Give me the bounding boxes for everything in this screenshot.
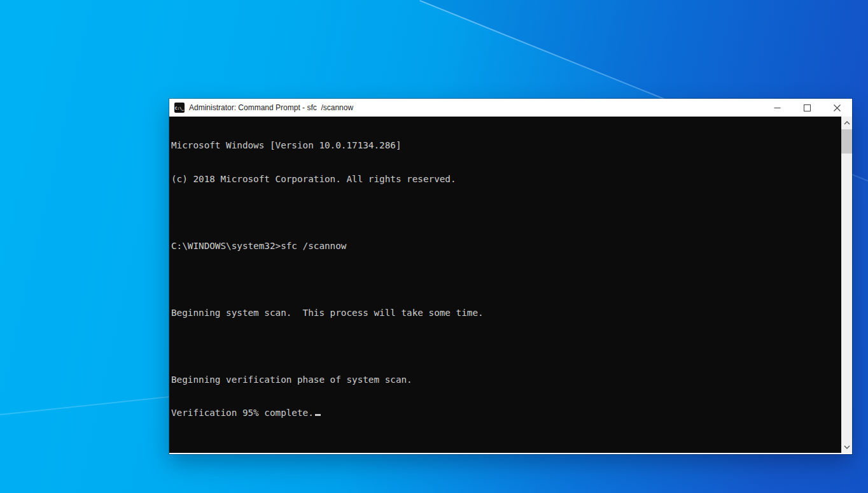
window-title: Administrator: Command Prompt - sfc /sca… <box>189 103 762 112</box>
minimize-icon <box>774 104 781 111</box>
console-line: Beginning system scan. This process will… <box>171 308 841 319</box>
window-controls <box>762 99 852 117</box>
scrollbar[interactable] <box>841 117 852 453</box>
desktop-background: C:\_ Administrator: Command Prompt - sfc… <box>0 0 868 493</box>
maximize-icon <box>804 104 811 111</box>
titlebar[interactable]: C:\_ Administrator: Command Prompt - sfc… <box>169 99 852 117</box>
console-text: Microsoft Windows [Version 10.0.17134.28… <box>169 117 841 441</box>
console-line: Beginning verification phase of system s… <box>171 375 841 386</box>
text-cursor <box>315 414 321 416</box>
console-line-current: Verification 95% complete. <box>171 408 841 419</box>
console-line: (c) 2018 Microsoft Corporation. All righ… <box>171 174 841 185</box>
close-icon <box>834 104 841 111</box>
chevron-down-icon <box>844 445 850 449</box>
console-line <box>171 207 841 218</box>
cmd-icon[interactable]: C:\_ <box>174 103 185 113</box>
close-button[interactable] <box>822 99 852 117</box>
console-line <box>171 274 841 285</box>
chevron-up-icon <box>844 121 850 125</box>
console-line: Microsoft Windows [Version 10.0.17134.28… <box>171 140 841 152</box>
console-line: C:\WINDOWS\system32>sfc /scannow <box>171 241 841 252</box>
console-line <box>171 341 841 352</box>
cmd-window: C:\_ Administrator: Command Prompt - sfc… <box>169 99 852 454</box>
minimize-button[interactable] <box>762 99 792 117</box>
scrollbar-up-button[interactable] <box>841 117 852 128</box>
console-line-text: Verification 95% complete. <box>171 408 314 418</box>
console-output[interactable]: Microsoft Windows [Version 10.0.17134.28… <box>169 117 852 454</box>
maximize-button[interactable] <box>792 99 822 117</box>
scrollbar-thumb[interactable] <box>841 129 852 154</box>
scrollbar-down-button[interactable] <box>841 441 852 452</box>
